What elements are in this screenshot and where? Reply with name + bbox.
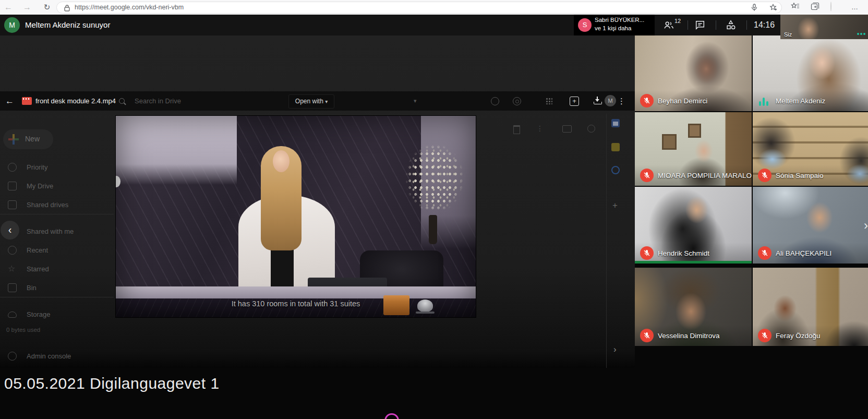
search-placeholder: Search in Drive	[135, 91, 181, 111]
divider	[606, 114, 607, 368]
participant-name: Beyhan Demirci	[658, 97, 707, 105]
pinned-avatar: S	[578, 18, 592, 32]
my-drive-icon	[8, 182, 17, 190]
video-file-icon	[22, 97, 32, 105]
divider	[688, 20, 688, 30]
recent-icon	[8, 246, 17, 255]
meet-top-bar: M Meltem Akdeniz sunuyor S Sabri BÜYÜKER…	[0, 15, 868, 35]
keep-icon	[611, 143, 620, 151]
pinned-participants-chip[interactable]: S Sabri BÜYÜKER... ve 1 kişi daha	[574, 15, 655, 35]
share-caption: 05.05.2021 Digilanguagevet 1	[4, 375, 220, 392]
mic-muted-icon	[758, 329, 771, 342]
self-view-tile[interactable]: Siz	[780, 15, 868, 39]
favorites-icon[interactable]	[791, 2, 801, 13]
participant-tile[interactable]: Meltem Akdeniz	[753, 35, 868, 111]
add-comment-icon: +	[570, 97, 579, 106]
collapse-panel-button: ‹	[1, 221, 19, 240]
participant-tile[interactable]: MIOARA POMPILIA MARALOIU	[635, 112, 752, 186]
participant-tile[interactable]: Feray Özdoğu	[753, 268, 868, 346]
storage-icon	[8, 312, 17, 318]
preview-back-icon: ←	[5, 91, 14, 111]
admin-console-icon	[8, 352, 17, 361]
participant-name: Meltem Akdeniz	[776, 97, 825, 105]
drive-new-button: New	[3, 129, 53, 149]
browser-forward-icon[interactable]: →	[21, 0, 33, 15]
participant-name: Ali BAHÇEKAPILI	[776, 249, 831, 257]
add-favorite-icon[interactable]	[769, 4, 778, 14]
open-with-button: Open with ▾	[288, 94, 334, 109]
participant-grid: Beyhan Demirci Meltem Akdeniz MIOARA POM…	[635, 35, 868, 346]
file-title: front desk module 2.4.mp4	[35, 91, 116, 111]
collections-icon[interactable]	[811, 2, 821, 13]
bottom-control-fragment	[384, 413, 399, 419]
active-speaker-bar	[635, 261, 752, 264]
dropdown-caret-icon: ▾	[414, 91, 417, 111]
meet-stage: New Priority My Drive Shared drives Shar…	[0, 35, 868, 419]
voice-search-icon[interactable]	[751, 4, 758, 14]
presenting-banner: Meltem Akdeniz sunuyor	[25, 15, 110, 35]
participant-name: Sónia Sampaio	[776, 172, 824, 179]
tasks-icon	[611, 166, 620, 174]
search-icon	[119, 98, 125, 104]
sidebar-item-bin: Bin	[0, 281, 112, 297]
browser-back-icon[interactable]: ←	[2, 0, 15, 15]
priority-icon	[8, 163, 17, 172]
drive-preview-toolbar: ← front desk module 2.4.mp4 Search in Dr…	[0, 91, 635, 111]
bin-icon	[8, 283, 17, 292]
participant-tile[interactable]: Vesselina Dimitrova	[635, 268, 752, 346]
participant-name: Hendrik Schmidt	[658, 249, 709, 257]
drive-view-toggle-icon	[562, 125, 572, 133]
browser-menu-icon[interactable]: …	[851, 0, 862, 10]
participant-name: Feray Özdoğu	[776, 332, 821, 340]
sidebar-item-storage: Storage	[0, 308, 112, 324]
url-text[interactable]: https://meet.google.com/vkd-neri-vbm	[75, 4, 184, 11]
presenter-avatar: M	[4, 17, 20, 33]
sidebar-item-my-drive: My Drive	[0, 179, 112, 195]
drive-account-avatar: M	[605, 95, 616, 106]
lock-icon	[64, 4, 70, 14]
apps-grid-icon	[546, 98, 552, 104]
participant-tile[interactable]: Hendrik Schmidt	[635, 187, 752, 264]
pinned-name: Sabri BÜYÜKER...	[595, 17, 644, 23]
mic-muted-icon	[758, 246, 771, 260]
shared-drives-icon	[8, 200, 17, 209]
mic-muted-icon	[640, 94, 654, 107]
download-icon	[593, 97, 601, 105]
browser-refresh-icon[interactable]: ↻	[41, 0, 53, 15]
audio-activity-icon	[857, 33, 865, 35]
divider	[0, 214, 114, 214]
drive-more-icon: ⋮	[536, 124, 544, 133]
sidebar-item-admin-console: Admin console	[0, 350, 112, 365]
storage-used-text: 0 bytes used	[6, 327, 40, 333]
divider	[0, 297, 114, 297]
participant-name: Vesselina Dimitrova	[658, 332, 720, 340]
starred-icon: ☆	[8, 265, 16, 272]
sidebar-item-priority: Priority	[0, 161, 112, 176]
settings-icon	[513, 97, 521, 105]
address-bar[interactable]: https://meet.google.com/vkd-neri-vbm	[56, 2, 782, 14]
participant-name: MIOARA POMPILIA MARALOIU	[658, 172, 752, 179]
drive-new-plus-icon	[8, 134, 19, 145]
browser-profile-avatar[interactable]	[830, 2, 841, 13]
help-icon	[491, 97, 499, 105]
scroll-right-icon[interactable]: ›	[864, 218, 868, 233]
mic-muted-icon	[640, 246, 654, 260]
activities-icon[interactable]	[725, 19, 737, 31]
calendar-icon	[611, 119, 620, 127]
browser-toolbar: ← → ↻ https://meet.google.com/vkd-neri-v…	[0, 0, 868, 15]
get-addons-icon: +	[612, 200, 618, 211]
participant-tile[interactable]: Ali BAHÇEKAPILI ›	[753, 187, 868, 264]
screenshare-drive: New Priority My Drive Shared drives Shar…	[0, 35, 635, 368]
divider	[716, 20, 716, 30]
drive-delete-icon	[513, 125, 520, 134]
drive-new-label: New	[25, 135, 40, 143]
more-actions-icon: ⋮	[618, 91, 625, 111]
participant-tile[interactable]: Sónia Sampaio	[753, 112, 868, 186]
chat-icon[interactable]	[694, 19, 706, 31]
drive-info-icon	[587, 125, 595, 133]
screen: ← → ↻ https://meet.google.com/vkd-neri-v…	[0, 0, 868, 419]
video-vignette	[116, 116, 476, 317]
pinned-others: ve 1 kişi daha	[595, 25, 631, 31]
participants-icon[interactable]	[663, 19, 674, 31]
participant-tile[interactable]: Beyhan Demirci	[635, 35, 752, 111]
